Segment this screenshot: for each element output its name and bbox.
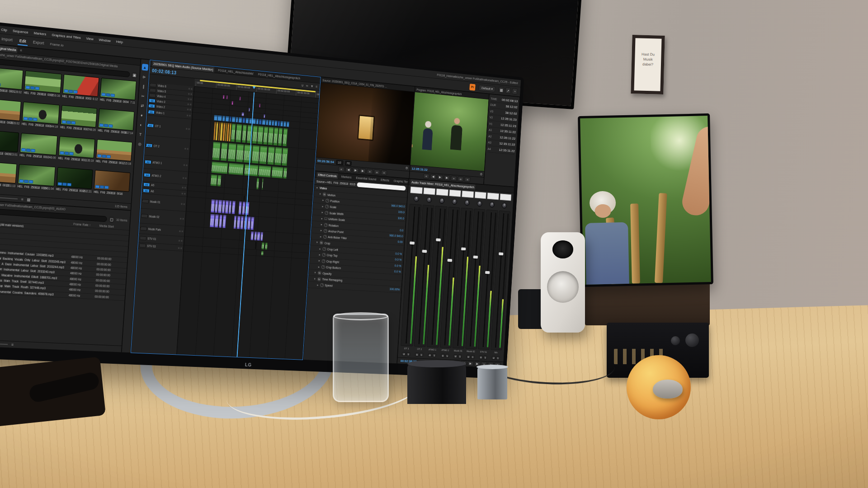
mixer-value-box[interactable]: [487, 192, 499, 200]
property-value[interactable]: 0.0 %: [395, 258, 401, 261]
source-patch-a11[interactable]: [139, 244, 146, 248]
quick-export-icon[interactable]: ↗: [505, 87, 511, 94]
stopwatch-icon[interactable]: [321, 265, 325, 269]
pan-knob[interactable]: [414, 196, 419, 202]
solo-toggle-icon[interactable]: [183, 203, 185, 205]
track-toggles[interactable]: [182, 192, 186, 194]
type-tool[interactable]: T: [137, 131, 144, 138]
pan-knob[interactable]: [426, 197, 432, 203]
grid-view-icon[interactable]: ▦: [27, 198, 31, 202]
solo-button[interactable]: S: [432, 353, 436, 357]
timeline-clip[interactable]: [283, 121, 287, 127]
disclosure-triangle-icon[interactable]: ▸: [320, 229, 322, 232]
timeline-clip[interactable]: [222, 215, 226, 228]
list-view-icon[interactable]: ≡: [21, 197, 24, 201]
timeline-clip[interactable]: [222, 116, 226, 122]
track-toggles[interactable]: [187, 103, 191, 105]
source-patch-v6[interactable]: [150, 83, 156, 87]
timeline-clip[interactable]: [258, 165, 271, 178]
solo-toggle-icon[interactable]: [190, 93, 192, 95]
disclosure-triangle-icon[interactable]: ▸: [321, 205, 324, 208]
mixer-value-box[interactable]: [474, 192, 486, 199]
disclosure-triangle-icon[interactable]: ▸: [319, 247, 321, 251]
solo-button[interactable]: S: [445, 354, 449, 358]
source-patch-v1[interactable]: V1: [148, 110, 155, 114]
disclosure-triangle-icon[interactable]: ▸: [321, 217, 323, 221]
fader-handle[interactable]: [448, 259, 453, 262]
mute-toggle-icon[interactable]: [186, 128, 188, 130]
timeline-clip[interactable]: [217, 115, 222, 121]
linked-selection-icon[interactable]: ∞: [306, 84, 308, 88]
property-value[interactable]: 960.0 540.0: [391, 204, 405, 208]
track-toggles[interactable]: [188, 98, 192, 100]
timeline-clip[interactable]: [215, 214, 219, 228]
settings-menu-icon[interactable]: ≡: [316, 84, 317, 89]
add-marker-icon[interactable]: ▼: [310, 84, 313, 88]
bin-clip[interactable]: HEL_FX6_250818_0016: [93, 170, 130, 202]
timeline-clip[interactable]: [261, 242, 265, 249]
mute-toggle-icon[interactable]: [184, 164, 185, 166]
bin-clip[interactable]: HEL_FX6_250818_00081:17:14: [97, 108, 134, 141]
mute-button[interactable]: M: [454, 354, 458, 358]
menu-clip[interactable]: Clip: [1, 28, 7, 32]
disclosure-triangle-icon[interactable]: ▸: [320, 235, 322, 239]
mute-toggle-icon[interactable]: [187, 114, 189, 116]
source-patch-v2[interactable]: V2: [148, 103, 155, 108]
pan-knob[interactable]: [439, 198, 444, 204]
track-toggles[interactable]: [188, 93, 192, 95]
header-tab-export[interactable]: Export: [31, 38, 46, 47]
timeline-clip[interactable]: [269, 120, 272, 126]
timeline-clip[interactable]: [226, 116, 230, 122]
source-step-back-button[interactable]: ◀: [345, 167, 352, 173]
menu-markers[interactable]: Markers: [34, 31, 47, 37]
mixer-value-box[interactable]: [436, 188, 448, 196]
bin-clip[interactable]: HEL_FX6_250818_00132:51:13: [0, 161, 17, 193]
mute-toggle-icon[interactable]: [187, 103, 189, 105]
progress-icon[interactable]: ◔: [512, 88, 517, 95]
pan-knob[interactable]: [490, 202, 495, 207]
mute-button[interactable]: M: [441, 354, 445, 358]
timeline-clip[interactable]: [236, 144, 244, 163]
solo-toggle-icon[interactable]: [188, 128, 190, 130]
timeline-clip[interactable]: [260, 232, 263, 241]
timeline-clip[interactable]: [238, 201, 242, 215]
zoom-level-select[interactable]: Fit: [345, 160, 352, 165]
solo-toggle-icon[interactable]: [184, 187, 186, 188]
mixer-value-box[interactable]: [423, 188, 435, 195]
source-loop-button[interactable]: ∞: [374, 169, 380, 175]
menu-graphics-and-titles[interactable]: Graphics and Titles: [52, 33, 81, 40]
solo-toggle-icon[interactable]: [182, 218, 184, 220]
new-bin-icon[interactable]: ▣: [132, 72, 137, 78]
timeline-clip[interactable]: [256, 119, 259, 125]
stopwatch-icon[interactable]: [326, 199, 329, 203]
source-play-button[interactable]: ▶: [353, 168, 359, 173]
timeline-clip[interactable]: [251, 145, 259, 164]
timeline-clip[interactable]: [259, 103, 261, 108]
timeline-clip[interactable]: [278, 121, 280, 127]
property-value[interactable]: 0.0 %: [395, 264, 401, 267]
bin-clip[interactable]: HEL_FX6_250818_001135:19: [57, 136, 95, 168]
mute-button[interactable]: M: [402, 352, 406, 356]
source-patch-a4[interactable]: A4: [144, 173, 151, 178]
mute-toggle-icon[interactable]: [178, 247, 180, 249]
workspaces-icon[interactable]: ▦: [499, 87, 505, 94]
timeline-clip[interactable]: [211, 161, 228, 174]
timeline-clip[interactable]: [264, 114, 265, 118]
stopwatch-icon[interactable]: [323, 235, 327, 239]
source-patch-a7[interactable]: [142, 199, 149, 203]
program-step-back-button[interactable]: ◀: [430, 174, 436, 179]
mixer-play-button[interactable]: ▶: [467, 361, 473, 366]
frameio-label[interactable]: Frame.io: [50, 42, 63, 47]
fader-handle[interactable]: [410, 242, 415, 245]
track-toggles[interactable]: [178, 247, 182, 249]
track-toggles[interactable]: [184, 164, 188, 166]
timeline-clip[interactable]: [241, 112, 244, 116]
solo-button[interactable]: S: [420, 353, 424, 357]
program-settings-menu-button[interactable]: ≡: [464, 177, 470, 182]
bin-clip[interactable]: HEL_FX6_250818_00052:26:02: [0, 98, 21, 131]
source-patch-a6[interactable]: A6: [143, 188, 150, 193]
timeline-clip[interactable]: [261, 178, 264, 190]
solo-toggle-icon[interactable]: [189, 115, 191, 117]
stopwatch-icon[interactable]: [322, 253, 326, 257]
timeline-clip[interactable]: [256, 178, 259, 189]
